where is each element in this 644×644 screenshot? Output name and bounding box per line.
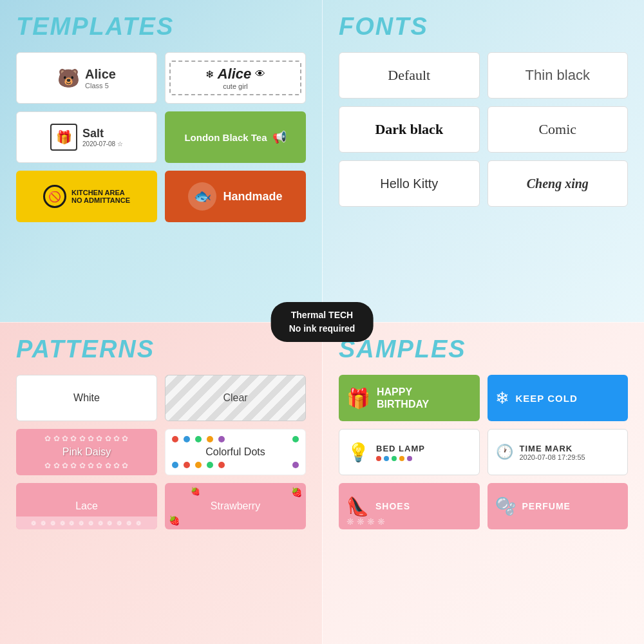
- template-kitchen[interactable]: 🚫 KITCHEN AREA NO ADMITTANCE: [16, 171, 157, 222]
- sample-time-title: TIME MARK: [520, 444, 585, 453]
- template-alice2[interactable]: ❄ Alice 👁 cute girl: [165, 52, 306, 104]
- font-default-label: Default: [388, 67, 430, 84]
- samples-section: SAMPLES 🎁 HAPPYBIRTHDAY ❄ KEEP COLD 💡 BE…: [322, 322, 644, 644]
- font-thin-label: Thin black: [526, 67, 590, 84]
- template-grid: 🐻 Alice Class 5 ❄ Alice 👁: [16, 52, 306, 222]
- pattern-white[interactable]: White: [16, 375, 157, 421]
- pattern-lace-label: Lace: [75, 500, 98, 512]
- pattern-lace[interactable]: ❁ ❁ ❁ ❁ ❁ ❁ ❁ ❁ ❁ ❁ ❁ ❁ Lace: [16, 483, 157, 529]
- font-comic-label: Comic: [538, 121, 576, 138]
- pattern-pink-daisy[interactable]: Pink Daisy: [16, 429, 157, 475]
- sample-birthday[interactable]: 🎁 HAPPYBIRTHDAY: [339, 375, 480, 421]
- sample-perfume-label: PERFUME: [522, 501, 571, 511]
- pattern-white-label: White: [73, 392, 100, 404]
- templates-title: TEMPLATES: [16, 13, 306, 41]
- pattern-colorful-dots-label: Colorful Dots: [205, 446, 265, 458]
- sample-shoes-label: SHOES: [375, 501, 410, 511]
- alice2-name: Alice: [218, 66, 252, 82]
- handmade-name: Handmade: [223, 190, 282, 204]
- template-alice1[interactable]: 🐻 Alice Class 5: [16, 52, 157, 104]
- alice1-name: Alice: [85, 67, 116, 82]
- london-name: London Black Tea: [184, 132, 267, 143]
- thermal-badge-line1: Thermal TECH: [289, 308, 355, 322]
- font-cheng[interactable]: Cheng xing: [488, 160, 629, 207]
- patterns-grid: White Clear Pink Daisy: [16, 375, 306, 529]
- alice2-subtitle: cute girl: [223, 82, 248, 90]
- thermal-badge: Thermal TECH No ink required: [271, 302, 374, 342]
- template-london[interactable]: London Black Tea 📢: [165, 111, 306, 163]
- sample-lamp-label: BED LAMP: [376, 444, 425, 453]
- salt-name: Salt: [82, 127, 123, 140]
- sample-cold[interactable]: ❄ KEEP COLD: [488, 375, 629, 421]
- patterns-section: PATTERNS White Clear Pink Daisy: [0, 322, 322, 644]
- font-default[interactable]: Default: [339, 52, 480, 99]
- font-kitty[interactable]: Hello Kitty: [339, 160, 480, 207]
- thermal-badge-wrapper: Thermal TECH No ink required: [271, 302, 374, 342]
- salt-date: 2020-07-08 ☆: [82, 140, 123, 147]
- sample-time[interactable]: 🕐 TIME MARK 2020-07-08 17:29:55: [488, 429, 629, 475]
- font-dark-label: Dark black: [375, 121, 443, 138]
- pattern-pink-daisy-label: Pink Daisy: [62, 446, 111, 458]
- sample-birthday-label: HAPPYBIRTHDAY: [377, 386, 429, 410]
- font-kitty-label: Hello Kitty: [380, 176, 438, 191]
- pattern-clear[interactable]: Clear: [165, 375, 306, 421]
- sample-shoes[interactable]: 👠 SHOES: [339, 483, 480, 529]
- patterns-title: PATTERNS: [16, 336, 306, 363]
- pattern-colorful-dots[interactable]: Colorful Dots: [165, 429, 306, 475]
- template-handmade[interactable]: 🐟 Handmade: [165, 171, 306, 222]
- sample-time-date: 2020-07-08 17:29:55: [520, 453, 585, 461]
- sample-cold-label: KEEP COLD: [516, 393, 578, 404]
- font-thin[interactable]: Thin black: [488, 52, 629, 99]
- pattern-strawberry-label: Strawberry: [211, 500, 260, 512]
- fonts-section: FONTS Default Thin black Dark black Comi…: [322, 0, 644, 322]
- fonts-grid: Default Thin black Dark black Comic Hell…: [339, 52, 628, 207]
- fonts-title: FONTS: [339, 13, 628, 41]
- samples-title: SAMPLES: [339, 336, 628, 363]
- alice1-subtitle: Class 5: [85, 82, 116, 90]
- pattern-clear-label: Clear: [223, 392, 247, 404]
- template-salt[interactable]: 🎁 Salt 2020-07-08 ☆: [16, 111, 157, 163]
- sample-perfume[interactable]: 🫧 PERFUME: [488, 483, 629, 529]
- samples-grid: 🎁 HAPPYBIRTHDAY ❄ KEEP COLD 💡 BED LAMP: [339, 375, 628, 529]
- kitchen-line2: NO ADMITTANCE: [71, 196, 130, 204]
- templates-section: TEMPLATES 🐻 Alice Class 5: [0, 0, 322, 322]
- thermal-badge-line2: No ink required: [289, 322, 355, 336]
- pattern-strawberry[interactable]: 🍓 🍓 🍓 Strawberry: [165, 483, 306, 529]
- font-comic[interactable]: Comic: [488, 106, 629, 153]
- kitchen-line1: KITCHEN AREA: [71, 189, 130, 196]
- font-cheng-label: Cheng xing: [527, 176, 589, 191]
- sample-lamp[interactable]: 💡 BED LAMP: [339, 429, 480, 475]
- font-dark[interactable]: Dark black: [339, 106, 480, 153]
